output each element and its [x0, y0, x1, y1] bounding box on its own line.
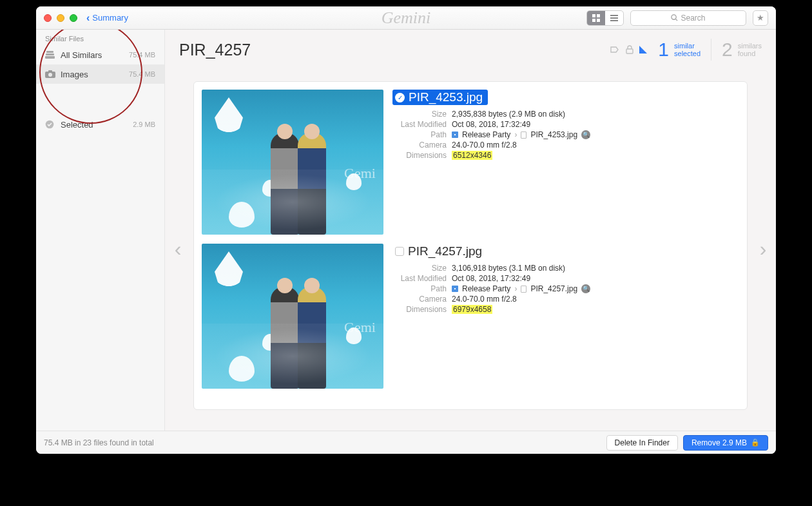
chevron-left-icon: ‹ [175, 237, 182, 261]
sidebar-header: Similar Files [36, 32, 164, 45]
lock-icon: 🔒 [751, 438, 760, 447]
svg-rect-5 [610, 17, 618, 19]
lock-icon[interactable] [626, 45, 633, 54]
svg-rect-1 [597, 14, 600, 17]
chevron-right-icon: › [514, 130, 517, 139]
close-window-icon[interactable] [44, 14, 52, 22]
stat-text: similarselected [674, 42, 701, 57]
search-input[interactable]: Search [630, 10, 746, 26]
grid-view-button[interactable] [587, 11, 605, 25]
document-icon [521, 131, 527, 139]
favorites-button[interactable]: ★ [753, 10, 768, 26]
search-icon [671, 14, 678, 21]
app-window: ‹ Summary Gemini Search ★ Simila [36, 6, 776, 454]
checkbox-icon [395, 247, 404, 256]
meta-key: Last Modified [392, 120, 447, 129]
meta-value: 3,106,918 bytes (3.1 MB on disk) [452, 264, 565, 273]
comparison-card: Gemi ✓ PIR_4253.jpg Size2,935,838 bytes … [193, 81, 748, 410]
meta-key: Path [392, 130, 447, 139]
check-circle-icon [45, 120, 55, 129]
svg-rect-10 [46, 54, 54, 55]
sidebar-item-label: All Similars [61, 50, 102, 60]
stat-number: 2 [722, 39, 733, 61]
grid-icon [592, 14, 600, 22]
file-row: Gemi ✓ PIR_4253.jpg Size2,935,838 bytes … [202, 90, 739, 235]
file-select-toggle[interactable]: ✓ PIR_4253.jpg [392, 90, 488, 105]
reveal-in-finder-button[interactable]: 🔍 [581, 130, 590, 139]
stat-found: 2 similarsfound [722, 39, 762, 61]
chevron-left-icon: ‹ [86, 12, 90, 24]
meta-value-path: Release Party › PIR_4257.jpg 🔍 [452, 284, 590, 293]
main-header: PIR_4257 1 [165, 30, 776, 67]
body: Similar Files All Similars 75.4 MB Image… [36, 30, 776, 431]
triangle-icon[interactable] [639, 45, 648, 54]
chevron-right-icon: › [760, 237, 767, 261]
svg-rect-3 [597, 19, 600, 22]
meta-key: Dimensions [392, 151, 447, 160]
file-name: PIR_4253.jpg [409, 90, 483, 104]
tag-icon[interactable] [610, 45, 621, 54]
meta-key: Dimensions [392, 305, 447, 314]
meta-value: 6512x4346 [452, 151, 492, 160]
meta-key: Path [392, 284, 447, 293]
svg-point-14 [48, 73, 52, 77]
file-row: Gemi PIR_4257.jpg Size3,106,918 bytes (3… [202, 244, 739, 389]
svg-rect-2 [592, 19, 595, 22]
sidebar-item-label: Images [61, 70, 88, 79]
meta-value: Oct 08, 2018, 17:32:49 [452, 120, 530, 129]
footer: 75.4 MB in 23 files found in total Delet… [36, 431, 776, 454]
app-logo: Gemini [382, 8, 431, 28]
reveal-in-finder-button[interactable]: 🔍 [581, 284, 590, 293]
back-button[interactable]: ‹ Summary [86, 12, 128, 24]
meta-key: Size [392, 110, 447, 119]
content-wrap: ‹ Gemi ✓ PIR_4253. [165, 67, 776, 431]
remove-button[interactable]: Remove 2.9 MB 🔒 [683, 435, 768, 451]
meta-value: 24.0-70.0 mm f/2.8 [452, 141, 517, 150]
svg-rect-11 [45, 56, 55, 59]
list-view-button[interactable] [605, 11, 623, 25]
delete-in-finder-button[interactable]: Delete In Finder [606, 435, 678, 451]
zoom-window-icon[interactable] [70, 14, 77, 22]
view-toggle [586, 10, 624, 26]
sidebar-item-size: 2.9 MB [133, 121, 155, 128]
svg-line-8 [676, 19, 678, 21]
next-button[interactable]: › [750, 237, 776, 261]
prev-button[interactable]: ‹ [165, 237, 191, 261]
stat-selected: 1 similarselected [658, 39, 701, 61]
file-select-toggle[interactable]: PIR_4257.jpg [392, 244, 487, 259]
sidebar-item-images[interactable]: Images 75.4 MB [36, 64, 164, 84]
svg-rect-0 [592, 14, 595, 17]
meta-key: Camera [392, 295, 447, 304]
svg-rect-16 [626, 49, 633, 54]
meta-value: 6979x4658 [452, 305, 492, 314]
svg-rect-13 [48, 70, 52, 72]
sidebar-item-all-similars[interactable]: All Similars 75.4 MB [36, 45, 164, 64]
meta-value: 2,935,838 bytes (2.9 MB on disk) [452, 110, 565, 119]
file-details: ✓ PIR_4253.jpg Size2,935,838 bytes (2.9 … [392, 90, 739, 235]
stack-icon [45, 51, 55, 59]
thumbnail-image[interactable]: Gemi [202, 90, 383, 235]
main-panel: PIR_4257 1 [165, 30, 776, 431]
thumbnail-image[interactable]: Gemi [202, 244, 383, 389]
list-icon [610, 15, 618, 21]
meta-key: Last Modified [392, 274, 447, 283]
file-metadata: Size2,935,838 bytes (2.9 MB on disk) Las… [392, 109, 739, 161]
stat-text: similarsfound [738, 42, 762, 57]
file-name: PIR_4257.jpg [408, 244, 482, 258]
sidebar-item-size: 75.4 MB [129, 51, 155, 59]
camera-icon [45, 70, 55, 78]
file-details: PIR_4257.jpg Size3,106,918 bytes (3.1 MB… [392, 244, 739, 389]
svg-rect-9 [46, 51, 53, 53]
chevron-right-icon: › [514, 284, 517, 293]
sidebar-item-selected[interactable]: Selected 2.9 MB [36, 115, 164, 134]
divider [711, 39, 711, 61]
meta-key: Camera [392, 141, 447, 150]
sidebar-item-size: 75.4 MB [129, 70, 155, 78]
sidebar: Similar Files All Similars 75.4 MB Image… [36, 30, 165, 431]
minimize-window-icon[interactable] [57, 14, 64, 22]
titlebar-right: Search ★ [586, 10, 768, 26]
star-icon: ★ [757, 13, 764, 23]
footer-buttons: Delete In Finder Remove 2.9 MB 🔒 [606, 435, 768, 451]
back-label: Summary [92, 13, 128, 23]
meta-key: Size [392, 264, 447, 273]
